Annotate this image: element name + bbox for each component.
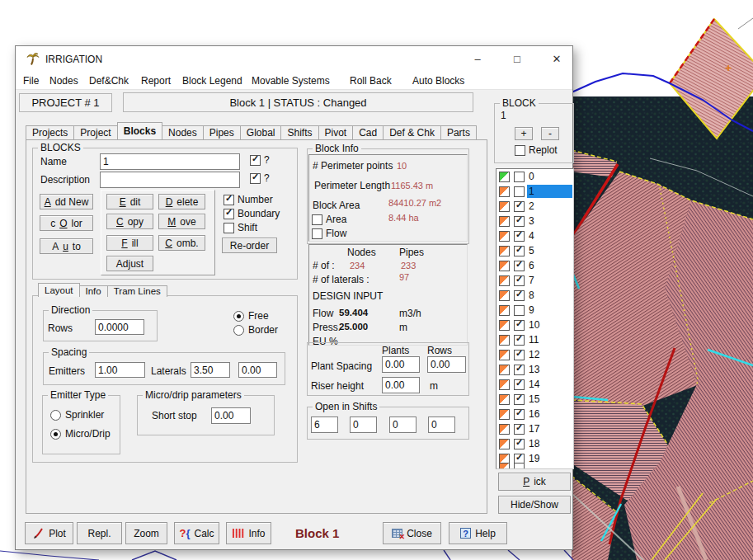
tab-pivot[interactable]: Pivot (318, 125, 354, 139)
repl-button[interactable]: Repl. (77, 522, 122, 544)
edit-button[interactable]: Edit (106, 194, 153, 209)
plant-spacing-plants-input[interactable] (382, 356, 420, 373)
block-visibility-checkbox[interactable] (514, 463, 525, 469)
riser-height-input[interactable] (382, 377, 420, 393)
add-new-button[interactable]: Add New (40, 194, 93, 209)
shift-checkbox-box[interactable] (224, 223, 234, 233)
tab-def-chk[interactable]: Def & Chk (383, 125, 441, 139)
block-visibility-checkbox[interactable] (514, 320, 525, 331)
short-stop-input[interactable] (211, 407, 251, 424)
replot-checkbox[interactable]: Replot (515, 144, 558, 156)
border-radio-button[interactable] (233, 325, 244, 336)
plot-button[interactable]: Plot (25, 522, 73, 544)
move-button[interactable]: Move (158, 214, 205, 229)
shift-input-1[interactable] (311, 416, 338, 433)
block-list-item-4[interactable]: 4 (497, 228, 573, 243)
block-list-item-10[interactable]: 10 (497, 318, 573, 332)
plant-spacing-rows-input[interactable] (427, 356, 466, 373)
block-list-item-partial[interactable] (497, 466, 573, 469)
tab-info[interactable]: Info (79, 285, 108, 297)
menu-item-def-chk[interactable]: Def&Chk (89, 75, 129, 87)
tab-tram-lines[interactable]: Tram Lines (107, 285, 167, 297)
micro-drip-radio[interactable]: Micro/Drip (50, 428, 111, 440)
area-checkbox[interactable]: Area (312, 214, 346, 225)
block-list-item-8[interactable]: 8 (497, 288, 573, 303)
description-input[interactable] (100, 172, 240, 188)
replot-checkbox-box[interactable] (515, 145, 525, 156)
block-list-item-6[interactable]: 6 (497, 258, 573, 273)
block-visibility-checkbox[interactable] (514, 201, 525, 212)
calc-button[interactable]: ?{ Calc (174, 522, 219, 544)
color-button[interactable]: cOlor (40, 215, 93, 231)
block-list-item-1[interactable]: 1 (497, 184, 573, 199)
sprinkler-radio-button[interactable] (50, 410, 61, 421)
free-radio[interactable]: Free (233, 310, 269, 322)
hide-show-button[interactable]: Hide/Show (498, 496, 571, 514)
block-list-item-2[interactable]: 2 (497, 199, 573, 214)
block-list-item-7[interactable]: 7 (497, 273, 573, 288)
menu-item-roll-back[interactable]: Roll Back (350, 75, 392, 87)
block-minus-button[interactable]: - (541, 127, 559, 140)
name-hint-checkbox-box[interactable] (250, 155, 261, 166)
name-input[interactable] (100, 153, 240, 170)
block-visibility-checkbox[interactable] (514, 275, 525, 286)
block-visibility-checkbox[interactable] (514, 305, 525, 316)
number-checkbox-box[interactable] (224, 195, 234, 205)
block-visibility-checkbox[interactable] (514, 365, 525, 375)
shift-checkbox[interactable]: Shift (224, 222, 257, 233)
block-visibility-checkbox[interactable] (514, 350, 525, 360)
block-visibility-checkbox[interactable] (514, 424, 525, 435)
block-list-item-0[interactable]: 0 (497, 169, 573, 184)
block-visibility-checkbox[interactable] (514, 172, 525, 182)
project-button[interactable]: PROJECT # 1 (19, 93, 112, 112)
block-list-item-16[interactable]: 16 (497, 407, 573, 421)
tab-cad[interactable]: Cad (352, 125, 384, 139)
block-visibility-checkbox[interactable] (514, 439, 525, 449)
close-button[interactable]: Close (383, 522, 441, 544)
menu-item-file[interactable]: File (23, 75, 39, 87)
block-visibility-checkbox[interactable] (514, 246, 525, 256)
border-radio[interactable]: Border (233, 324, 278, 336)
block-list-item-3[interactable]: 3 (497, 214, 573, 228)
menu-item-movable-systems[interactable]: Movable Systems (252, 75, 330, 87)
tab-projects[interactable]: Projects (26, 125, 74, 139)
block-list-item-9[interactable]: 9 (497, 303, 573, 318)
spacing-extra-input[interactable] (238, 362, 277, 378)
block-visibility-checkbox[interactable] (514, 394, 525, 405)
micro-drip-radio-button[interactable] (50, 429, 61, 440)
block-list-item-14[interactable]: 14 (497, 377, 573, 392)
sprinkler-radio[interactable]: Sprinkler (50, 409, 104, 421)
flow-checkbox[interactable]: Flow (312, 228, 346, 239)
close-window-button[interactable]: ✕ (540, 46, 573, 72)
fill-button[interactable]: Fill (106, 235, 153, 251)
title-bar[interactable]: IRRIGATION – □ ✕ (16, 46, 572, 73)
block-list-item-18[interactable]: 18 (497, 436, 573, 451)
block-list-item-12[interactable]: 12 (497, 347, 573, 362)
area-checkbox-box[interactable] (312, 214, 322, 225)
pick-button[interactable]: Pick (498, 473, 571, 491)
tab-nodes[interactable]: Nodes (162, 125, 204, 139)
comb-button[interactable]: Comb. (158, 235, 205, 251)
tab-project[interactable]: Project (73, 125, 117, 139)
free-radio-button[interactable] (233, 311, 244, 322)
block-visibility-checkbox[interactable] (514, 379, 525, 390)
info-button[interactable]: Info (226, 522, 271, 544)
block-list-item-13[interactable]: 13 (497, 362, 573, 377)
emitters-input[interactable] (95, 362, 145, 378)
shift-input-2[interactable] (350, 416, 377, 433)
block-visibility-checkbox[interactable] (514, 409, 525, 420)
block-list[interactable]: 0 1 2 3 4 5 (496, 168, 574, 469)
name-hint-checkbox[interactable]: ? (250, 154, 270, 166)
auto-button[interactable]: Auto (40, 238, 93, 254)
boundary-checkbox[interactable]: Boundary (224, 208, 280, 219)
reorder-button[interactable]: Re-order (222, 238, 277, 253)
flow-checkbox-box[interactable] (312, 228, 322, 239)
block-list-item-15[interactable]: 15 (497, 392, 573, 407)
menu-item-report[interactable]: Report (141, 75, 171, 87)
copy-button[interactable]: Copy (106, 214, 153, 229)
menu-item-block-legend[interactable]: Block Legend (182, 75, 242, 87)
adjust-button[interactable]: Adjust (106, 256, 153, 271)
zoom-button[interactable]: Zoom (125, 522, 167, 544)
boundary-checkbox-box[interactable] (224, 209, 234, 219)
tab-layout[interactable]: Layout (38, 283, 80, 297)
